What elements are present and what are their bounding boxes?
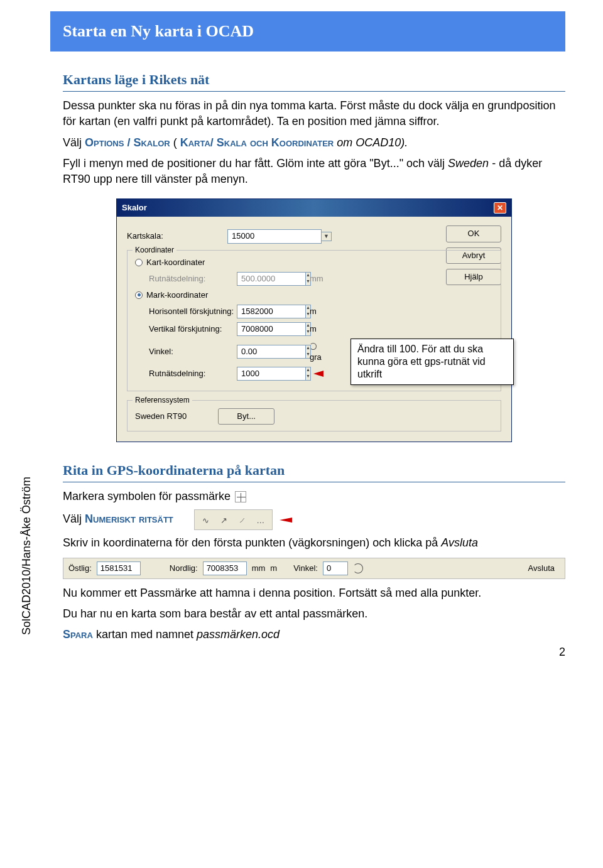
vinkel-value[interactable]: 0 (323, 561, 348, 575)
menu-path-karta: Karta/ Skala och Koordinater (180, 136, 334, 149)
ritsatt-toolbar: ∿ ↗ ⟋ … (194, 509, 273, 530)
page-number: 2 (559, 644, 565, 660)
tool-icon[interactable]: ⟋ (236, 515, 249, 525)
unit-mm: mm (310, 273, 327, 285)
unit-m: m (270, 563, 277, 574)
mark-koord-label: Mark-koordinater (146, 290, 208, 301)
document-title: Starta en Ny karta i OCAD (63, 22, 254, 40)
vinkel-label: Vinkel: (149, 346, 237, 357)
kartskala-label: Kartskala: (127, 231, 227, 242)
koordinater-legend: Koordinater (133, 245, 177, 256)
rutnat-mark-label: Rutnätsdelning: (149, 368, 237, 379)
ref-legend: Referenssystem (133, 395, 192, 406)
avsluta-button[interactable]: Avsluta (523, 563, 560, 574)
section2-paragraph4: Nu kommer ett Passmärke att hamna i denn… (63, 585, 565, 601)
red-arrow-annotation (280, 518, 292, 523)
ok-button[interactable]: OK (446, 225, 501, 242)
section1-paragraph3: Fyll i menyn med de positioner du har få… (63, 156, 565, 187)
vert-value[interactable]: 7008000 (237, 322, 306, 336)
passmarke-icon (235, 491, 246, 502)
menu-path-options: Options / Skalor (85, 136, 170, 149)
dialog-title-text: Skalor (122, 202, 147, 214)
vinkel-value[interactable]: 0.00 (237, 345, 306, 359)
vinkel-unit: gra (310, 352, 322, 362)
section2-paragraph3: Skriv in koordinaterna för den första pu… (63, 535, 565, 551)
referenssystem-group: Referenssystem Sweden RT90 Byt... (127, 400, 501, 431)
section1-paragraph1: Dessa punkter ska nu föras in på din nya… (63, 98, 565, 129)
rutnat-mark-value[interactable]: 1000 (237, 367, 306, 381)
ostlig-value[interactable]: 1581531 (97, 561, 141, 575)
skalor-dialog: Skalor ✕ OK Avbryt Hjälp Kartskala: 1500… (116, 198, 512, 442)
horis-value[interactable]: 1582000 (237, 305, 306, 318)
section2-paragraph6: Spara kartan med namnet passmärken.ocd (63, 627, 565, 643)
coordinate-input-bar: Östlig: 1581531 Nordlig: 7008353 mm m Vi… (63, 558, 565, 579)
tool-icon[interactable]: ↗ (218, 515, 231, 525)
dialog-title-bar: Skalor ✕ (117, 199, 511, 217)
kart-koord-label: Kart-koordinater (146, 257, 205, 268)
footer-author: SolCAD2010/Hans-Åke Öström (19, 477, 35, 635)
rutnat-kart-value: 500.0000 (237, 272, 306, 286)
byt-button[interactable]: Byt... (218, 408, 274, 425)
rotation-icon (310, 343, 317, 350)
vert-label: Vertikal förskjutning: (149, 323, 237, 335)
section2-paragraph1: Markera symbolen för passmärke (63, 489, 565, 504)
mark-koordinater-radio[interactable] (135, 291, 143, 299)
unit-m: m (310, 323, 327, 335)
nordlig-label: Nordlig: (170, 563, 198, 574)
close-icon[interactable]: ✕ (494, 202, 506, 214)
content: Kartans läge i Rikets nät Dessa punkter … (63, 70, 565, 643)
section1-paragraph2: Välj Options / Skalor ( Karta/ Skala och… (63, 135, 565, 151)
kartskala-value[interactable]: 15000 (227, 229, 322, 243)
spara-label: Spara (63, 628, 93, 641)
numeriskt-ritsatt-label: Numeriskt ritsätt (85, 513, 173, 526)
unit-mm: mm (252, 563, 266, 574)
section-heading-2: Rita in GPS-koordinaterna på kartan (63, 461, 565, 482)
ref-value: Sweden RT90 (135, 411, 187, 422)
red-arrow-annotation (313, 371, 323, 377)
ostlig-label: Östlig: (68, 563, 92, 574)
section2-paragraph5: Du har nu en karta som bara består av et… (63, 606, 565, 622)
tool-ellipsis-icon[interactable]: … (254, 515, 267, 525)
filename: passmärken.ocd (197, 628, 280, 641)
tool-icon[interactable]: ∿ (200, 515, 212, 525)
nordlig-value[interactable]: 7008353 (203, 561, 247, 575)
vinkel-label: Vinkel: (293, 563, 318, 574)
spinner-icon[interactable]: ▲▼ (306, 367, 311, 381)
horis-label: Horisontell förskjutning: (149, 306, 237, 317)
document-title-bar: Starta en Ny karta i OCAD (50, 11, 565, 52)
callout-annotation: Ändra till 100. För att du ska kunna gör… (350, 339, 514, 385)
rotation-icon (353, 563, 363, 573)
kart-koordinater-radio[interactable] (135, 259, 143, 266)
rutnat-kart-label: Rutnätsdelning: (149, 273, 237, 285)
section-heading-1: Kartans läge i Rikets nät (63, 70, 565, 92)
section2-paragraph2: Välj Numeriskt ritsätt ∿ ↗ ⟋ … (63, 509, 565, 530)
dropdown-icon[interactable]: ▼ (322, 232, 332, 241)
unit-m: m (310, 306, 327, 317)
